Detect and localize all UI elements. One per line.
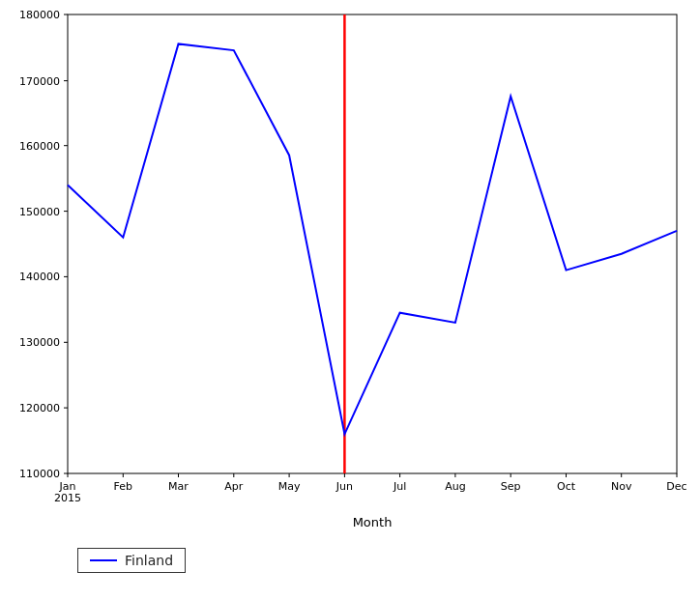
svg-text:Feb: Feb xyxy=(114,480,132,493)
svg-text:140000: 140000 xyxy=(19,271,60,283)
svg-text:160000: 160000 xyxy=(19,140,60,153)
svg-text:120000: 120000 xyxy=(19,402,60,414)
legend-label-finland: Finland xyxy=(125,553,173,568)
legend-line-finland xyxy=(90,559,117,561)
svg-text:Mar: Mar xyxy=(168,480,189,493)
chart-svg: 180000 170000 160000 150000 140000 13000… xyxy=(0,0,700,600)
chart-container: 180000 170000 160000 150000 140000 13000… xyxy=(0,0,700,600)
svg-text:Jul: Jul xyxy=(393,480,406,493)
svg-text:Aug: Aug xyxy=(445,480,465,493)
svg-text:Nov: Nov xyxy=(611,480,632,493)
svg-text:170000: 170000 xyxy=(19,75,60,88)
svg-text:Apr: Apr xyxy=(224,480,244,493)
svg-text:May: May xyxy=(278,480,301,493)
x-axis-label: Month xyxy=(353,515,393,529)
svg-text:Oct: Oct xyxy=(557,480,576,493)
legend: Finland xyxy=(77,548,186,573)
svg-text:180000: 180000 xyxy=(19,9,60,21)
svg-text:150000: 150000 xyxy=(19,206,60,218)
svg-text:Jun: Jun xyxy=(335,480,353,493)
svg-text:Sep: Sep xyxy=(501,480,521,493)
svg-text:Dec: Dec xyxy=(666,480,686,493)
svg-rect-1 xyxy=(68,14,677,473)
svg-text:2015: 2015 xyxy=(54,492,81,504)
svg-text:110000: 110000 xyxy=(19,468,60,480)
svg-text:130000: 130000 xyxy=(19,336,60,349)
